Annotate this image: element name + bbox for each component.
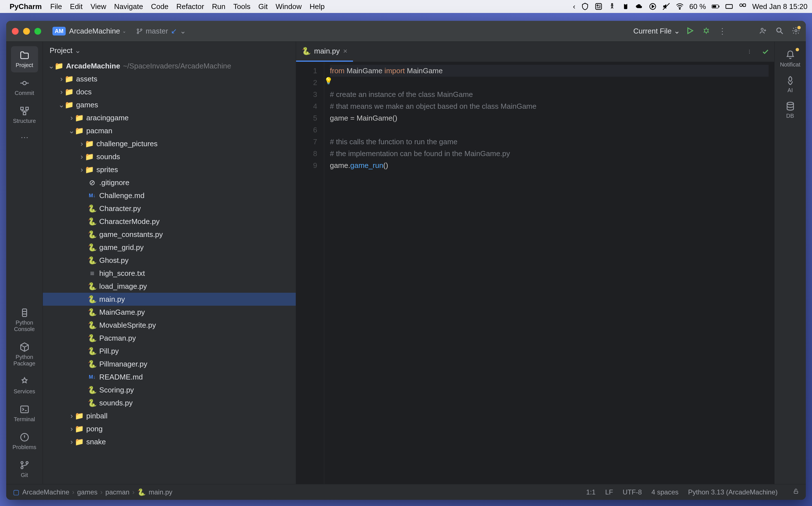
crumb-item[interactable]: main.py [149, 488, 172, 496]
tree-file-character[interactable]: 🐍Character.py [43, 202, 296, 215]
tree-file-readme[interactable]: M↓README.md [43, 370, 296, 384]
menu-navigate[interactable]: Navigate [114, 2, 143, 11]
chevron-down-icon[interactable]: ⌄ [180, 27, 186, 35]
minimize-window-button[interactable] [23, 28, 30, 35]
more-tools-icon[interactable]: ⋯ [18, 130, 31, 145]
cursor-position[interactable]: 1:1 [586, 488, 595, 496]
tool-structure[interactable]: Structure [11, 102, 38, 128]
menu-code[interactable]: Code [151, 2, 168, 11]
inspection-ok-icon[interactable] [757, 42, 774, 62]
tree-folder-sprites[interactable]: ›📁sprites [43, 163, 296, 176]
tree-file-main[interactable]: 🐍main.py [43, 293, 296, 306]
tree-file-character-mode[interactable]: 🐍CharacterMode.py [43, 215, 296, 228]
menu-window[interactable]: Window [276, 2, 301, 11]
figure-icon[interactable] [608, 3, 616, 10]
chevron-left-icon[interactable]: ‹ [573, 2, 576, 11]
tree-folder-pacman[interactable]: ⌄📁pacman [43, 124, 296, 137]
tree-folder-assets[interactable]: ›📁assets [43, 72, 296, 85]
run-icon[interactable] [686, 26, 694, 36]
tree-folder-docs[interactable]: ›📁docs [43, 85, 296, 98]
keyboard-icon[interactable] [725, 3, 733, 10]
tree-file-pillmanager[interactable]: 🐍Pillmanager.py [43, 357, 296, 370]
breadcrumb[interactable]: ▢ ArcadeMachine › games › pacman › 🐍 mai… [13, 488, 172, 496]
cloud-icon[interactable] [635, 3, 643, 10]
tree-file-sounds-py[interactable]: 🐍sounds.py [43, 397, 296, 409]
code-with-me-icon[interactable] [759, 26, 767, 36]
menu-file[interactable]: File [50, 2, 62, 11]
lightbulb-icon[interactable]: 💡 [324, 75, 333, 87]
tree-file-load-image[interactable]: 🐍load_image.py [43, 280, 296, 293]
record-icon[interactable] [649, 3, 657, 10]
tree-file-challenge-md[interactable]: M↓Challenge.md [43, 189, 296, 202]
menu-help[interactable]: Help [310, 2, 324, 11]
datetime[interactable]: Wed Jan 8 15:20 [752, 2, 808, 11]
clipboard-icon[interactable] [622, 3, 630, 10]
tree-file-game-constants[interactable]: 🐍game_constants.py [43, 228, 296, 241]
code-content[interactable]: 💡 from MainGame import MainGame # create… [324, 62, 774, 484]
tree-file-gitignore[interactable]: ⊘.gitignore [43, 176, 296, 189]
chevron-down-icon[interactable]: ⌄ [122, 28, 126, 34]
control-center-icon[interactable] [739, 3, 747, 10]
tree-file-ghost[interactable]: 🐍Ghost.py [43, 254, 296, 267]
tree-folder-sounds[interactable]: ›📁sounds [43, 150, 296, 163]
line-separator[interactable]: LF [605, 488, 613, 496]
tree-root[interactable]: ⌄📁ArcadeMachine~/SpaceInvaders/ArcadeMac… [43, 60, 296, 72]
crumb-item[interactable]: pacman [105, 488, 129, 496]
tool-services[interactable]: Services [11, 372, 38, 399]
tool-git[interactable]: Git [11, 456, 38, 482]
tree-folder-snake[interactable]: ›📁snake [43, 435, 296, 448]
tool-commit[interactable]: Commit [11, 74, 38, 100]
project-name[interactable]: ArcadeMachine [69, 27, 120, 35]
tree-file-maingame[interactable]: 🐍MainGame.py [43, 306, 296, 319]
tool-python-packages[interactable]: Python Package [11, 338, 38, 371]
wifi-icon[interactable] [676, 3, 684, 10]
shield-icon[interactable] [581, 3, 589, 10]
run-config-selector[interactable]: Current File ⌄ [633, 27, 680, 35]
tree-folder-pong[interactable]: ›📁pong [43, 422, 296, 435]
lock-icon[interactable] [793, 488, 799, 496]
panel-header[interactable]: Project ⌄ [43, 42, 296, 60]
tab-more-icon[interactable]: ⋮ [742, 42, 757, 62]
menu-tools[interactable]: Tools [233, 2, 251, 11]
indent-config[interactable]: 4 spaces [651, 488, 678, 496]
volume-mute-icon[interactable] [662, 3, 670, 10]
crumb-item[interactable]: ArcadeMachine [22, 488, 69, 496]
app-icon[interactable] [595, 3, 602, 10]
tool-notifications[interactable]: Notificat [778, 46, 803, 72]
menu-refactor[interactable]: Refactor [176, 2, 204, 11]
tool-db[interactable]: DB [778, 97, 803, 123]
tree-folder-aracinggame[interactable]: ›📁aracinggame [43, 111, 296, 124]
tool-terminal[interactable]: Terminal [11, 400, 38, 427]
close-window-button[interactable] [12, 28, 19, 35]
debug-icon[interactable] [702, 26, 711, 36]
tree-folder-pinball[interactable]: ›📁pinball [43, 409, 296, 422]
tree-folder-games[interactable]: ⌄📁games [43, 98, 296, 111]
more-icon[interactable]: ⋮ [718, 26, 726, 36]
tree-file-scoring[interactable]: 🐍Scoring.py [43, 384, 296, 397]
menu-run[interactable]: Run [212, 2, 226, 11]
crumb-item[interactable]: games [77, 488, 97, 496]
tool-ai[interactable]: AI [778, 72, 803, 97]
battery-icon[interactable] [712, 3, 720, 10]
interpreter[interactable]: Python 3.13 (ArcadeMachine) [688, 488, 778, 496]
tree-folder-challenge-pictures[interactable]: ›📁challenge_pictures [43, 137, 296, 150]
file-encoding[interactable]: UTF-8 [622, 488, 642, 496]
tool-problems[interactable]: Problems [11, 428, 38, 454]
code-editor[interactable]: 123456789 💡 from MainGame import MainGam… [296, 62, 774, 484]
tree-file-game-grid[interactable]: 🐍game_grid.py [43, 241, 296, 254]
settings-icon[interactable] [792, 26, 800, 36]
menu-edit[interactable]: Edit [70, 2, 83, 11]
app-name[interactable]: PyCharm [10, 2, 42, 11]
tree-file-high-score[interactable]: ≡high_score.txt [43, 267, 296, 280]
editor-tab-main[interactable]: 🐍 main.py × [296, 42, 353, 62]
update-icon[interactable]: ↙ [171, 27, 177, 35]
tree-file-pill[interactable]: 🐍Pill.py [43, 345, 296, 357]
tool-project[interactable]: Project [11, 46, 38, 72]
menu-view[interactable]: View [90, 2, 106, 11]
search-icon[interactable] [776, 26, 784, 36]
close-tab-icon[interactable]: × [343, 47, 347, 56]
tool-python-console[interactable]: Python Console [11, 304, 38, 336]
tree-file-pacman[interactable]: 🐍Pacman.py [43, 332, 296, 345]
tree-file-movable-sprite[interactable]: 🐍MovableSprite.py [43, 319, 296, 332]
branch-selector[interactable]: master ↙ ⌄ [136, 27, 186, 35]
